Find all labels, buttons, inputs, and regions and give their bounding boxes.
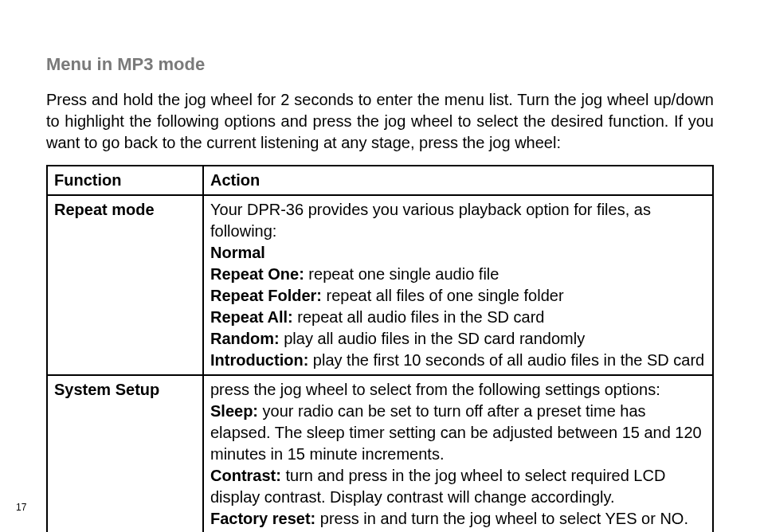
- option-label: Sleep:: [210, 402, 258, 420]
- table-row: System Setup press the jog wheel to sele…: [47, 375, 713, 532]
- document-page: Menu in MP3 mode Press and hold the jog …: [0, 0, 760, 532]
- option-label: Contrast:: [210, 467, 281, 484]
- row-action-cell: Your DPR-36 provides you various playbac…: [203, 195, 713, 375]
- page-number: 17: [16, 502, 26, 513]
- row-action-intro: Your DPR-36 provides you various playbac…: [210, 199, 706, 242]
- option-label: Repeat Folder:: [210, 287, 322, 304]
- option-line: Repeat One: repeat one single audio file: [210, 264, 706, 285]
- option-desc: repeat all audio files in the SD card: [293, 308, 545, 326]
- option-desc: your radio can be set to turn off after …: [210, 402, 702, 463]
- row-action-intro: press the jog wheel to select from the f…: [210, 379, 706, 401]
- option-label: Factory reset:: [210, 510, 315, 527]
- option-line: Repeat Folder: repeat all files of one s…: [210, 285, 706, 307]
- option-label: Repeat One:: [210, 265, 304, 283]
- option-desc: repeat one single audio file: [304, 265, 499, 283]
- header-function: Function: [47, 166, 203, 195]
- row-action-cell: press the jog wheel to select from the f…: [203, 375, 713, 532]
- option-label: Random:: [210, 330, 280, 347]
- option-line: Repeat All: repeat all audio files in th…: [210, 307, 706, 328]
- option-line: Factory reset: press in and turn the jog…: [210, 508, 706, 532]
- header-action: Action: [203, 166, 713, 195]
- option-label: Normal: [210, 244, 265, 261]
- row-function-label: Repeat mode: [47, 195, 203, 375]
- option-line: Random: play all audio files in the SD c…: [210, 328, 706, 350]
- option-line: Normal: [210, 242, 706, 264]
- option-label: Introduction:: [210, 351, 308, 369]
- option-line: Introduction: play the first 10 seconds …: [210, 350, 706, 371]
- table-header-row: Function Action: [47, 166, 713, 195]
- option-label: Repeat All:: [210, 308, 293, 326]
- option-line: Contrast: turn and press in the jog whee…: [210, 465, 706, 508]
- intro-paragraph: Press and hold the jog wheel for 2 secon…: [46, 89, 714, 154]
- table-row: Repeat mode Your DPR-36 provides you var…: [47, 195, 713, 375]
- section-heading: Menu in MP3 mode: [46, 54, 714, 75]
- function-table: Function Action Repeat mode Your DPR-36 …: [46, 165, 714, 532]
- option-line: Sleep: your radio can be set to turn off…: [210, 401, 706, 465]
- option-desc: repeat all files of one single folder: [322, 287, 564, 304]
- option-desc: play all audio files in the SD card rand…: [280, 330, 586, 347]
- option-desc: play the first 10 seconds of all audio f…: [308, 351, 704, 369]
- row-function-label: System Setup: [47, 375, 203, 532]
